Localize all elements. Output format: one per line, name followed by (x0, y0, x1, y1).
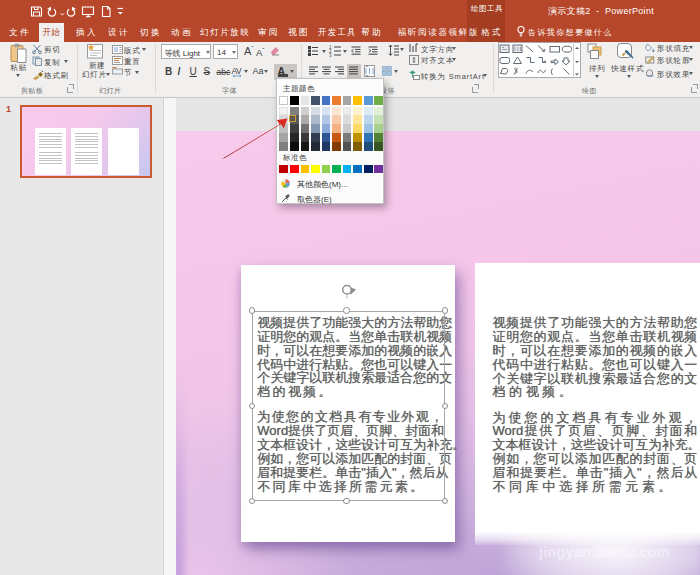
svg-text:3: 3 (329, 53, 332, 57)
